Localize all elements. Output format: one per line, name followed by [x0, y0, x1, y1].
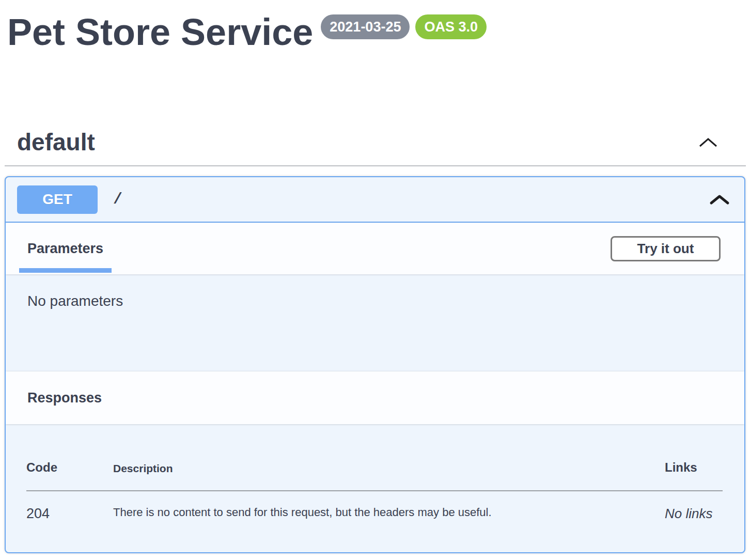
responses-container: Code Description Links 204 There is no c… — [6, 424, 744, 552]
page-title: Pet Store Service — [7, 13, 313, 51]
table-row: 204 There is no content to send for this… — [26, 491, 723, 522]
try-it-out-button[interactable]: Try it out — [611, 236, 721, 261]
responses-table-header-row: Code Description Links — [26, 424, 723, 491]
opblock-get-root: GET / Parameters Try it out No parameter… — [5, 176, 745, 553]
responses-table: Code Description Links 204 There is no c… — [26, 424, 723, 522]
parameters-header: Parameters Try it out — [6, 223, 744, 274]
response-description: There is no content to send for this req… — [113, 491, 665, 522]
column-header-links: Links — [665, 424, 723, 491]
endpoint-path: / — [113, 191, 122, 208]
http-method-badge[interactable]: GET — [17, 185, 98, 214]
responses-title: Responses — [27, 390, 102, 406]
oas-version-badge: OAS 3.0 — [415, 14, 487, 39]
chevron-up-icon[interactable] — [709, 193, 730, 206]
response-code: 204 — [26, 491, 113, 522]
tab-parameters[interactable]: Parameters — [19, 223, 112, 274]
version-badge: 2021-03-25 — [321, 14, 410, 39]
section-divider — [5, 165, 746, 166]
parameters-container: No parameters — [6, 274, 744, 371]
tab-parameters-label: Parameters — [27, 241, 103, 257]
chevron-up-icon[interactable] — [698, 136, 718, 149]
tag-section-default[interactable]: default — [17, 128, 733, 157]
title-badges: 2021-03-25 OAS 3.0 — [321, 14, 487, 39]
response-links: No links — [665, 491, 723, 522]
column-header-code: Code — [26, 424, 113, 491]
tag-section-title: default — [17, 128, 95, 157]
no-parameters-text: No parameters — [27, 293, 123, 309]
app-header: Pet Store Service 2021-03-25 OAS 3.0 — [0, 0, 750, 51]
opblock-summary[interactable]: GET / — [6, 177, 744, 223]
responses-header: Responses — [6, 371, 744, 424]
column-header-description: Description — [113, 424, 665, 491]
